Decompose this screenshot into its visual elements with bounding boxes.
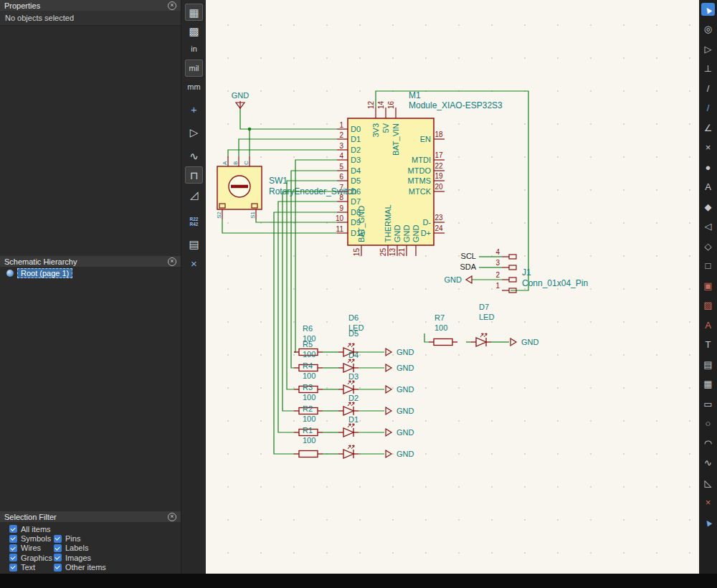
add-power-port-button[interactable]: ⊥ (701, 62, 715, 75)
led-reference[interactable]: D6 (348, 313, 358, 322)
pin-name[interactable]: D2 (351, 146, 361, 154)
gnd-power-symbol[interactable] (386, 386, 391, 393)
pin-name[interactable]: GND (412, 225, 420, 243)
sim-sine-button[interactable]: ∿ (185, 147, 203, 164)
annotate-button[interactable]: R22R42 (185, 213, 203, 230)
resistor-reference[interactable]: R7 (435, 313, 445, 322)
filter-checkbox-pins[interactable]: Pins (54, 534, 80, 543)
checkbox-checked-icon[interactable] (9, 535, 17, 543)
power-label[interactable]: GND (521, 338, 539, 346)
text-button[interactable]: T (701, 338, 715, 351)
filter-checkbox-images[interactable]: Images (54, 554, 91, 562)
directive-label-button[interactable]: ◆ (701, 200, 715, 213)
resistor-value[interactable]: 100 (303, 393, 315, 402)
schematic-canvas[interactable]: GNDM1Module_XIAO-ESP32S31D02D13D24D35D46… (206, 0, 699, 574)
pin-number[interactable]: 1 (339, 121, 343, 129)
led-value[interactable]: LED (479, 313, 494, 321)
crosshair-cursor-button[interactable]: + (185, 100, 203, 118)
led-reference[interactable]: D3 (348, 372, 358, 381)
pin-name[interactable]: MTMS (408, 176, 431, 185)
filter-checkbox-graphics[interactable]: Graphics (9, 554, 54, 562)
filter-checkbox-other-items[interactable]: Other items (54, 563, 106, 572)
pin-name[interactable]: A (222, 161, 228, 165)
pin-name[interactable]: S1 (250, 211, 256, 218)
pin-number[interactable]: 6 (339, 173, 343, 181)
unit-inches-button[interactable]: in (185, 40, 203, 57)
pin-number[interactable]: 4 (339, 152, 343, 160)
checkbox-checked-icon[interactable] (9, 554, 17, 561)
pin-name[interactable]: D+ (421, 229, 431, 237)
resistor-value[interactable]: 100 (303, 436, 315, 445)
pin-number[interactable]: 13 (389, 248, 397, 257)
pin-number[interactable]: 15 (353, 248, 361, 257)
gnd-power-symbol[interactable] (386, 407, 391, 414)
filter-checkbox-all-items[interactable]: All items (9, 525, 51, 534)
power-label[interactable]: GND (397, 428, 414, 437)
unit-mils-button[interactable]: mil (185, 60, 203, 77)
wire[interactable] (256, 219, 337, 222)
hierarchy-root-label[interactable]: Root (page 1) (17, 268, 72, 278)
led-symbol[interactable] (338, 381, 358, 394)
connector-value[interactable]: Conn_01x04_Pin (522, 278, 588, 288)
pin-number[interactable]: 9 (339, 204, 343, 212)
pin-number[interactable]: 2 (495, 271, 500, 279)
select-tool-button[interactable]: ▲ (701, 3, 715, 16)
gnd-power-symbol[interactable] (386, 450, 391, 457)
connector-reference[interactable]: J1 (522, 267, 531, 278)
pin-name[interactable]: D- (422, 218, 431, 227)
sheet-pin-button[interactable]: ▣ (701, 279, 715, 292)
gnd-power-symbol[interactable] (466, 276, 472, 283)
pin-number[interactable]: 17 (435, 151, 443, 159)
add-symbol-button[interactable]: ▷ (701, 42, 715, 55)
resistor-reference[interactable]: R5 (303, 340, 313, 348)
pin-name[interactable]: D5 (351, 176, 361, 185)
rectangle-button[interactable]: ▭ (701, 397, 715, 410)
filter-checkbox-text[interactable]: Text (9, 563, 54, 572)
led-reference[interactable]: D1 (348, 415, 358, 424)
pin-number[interactable]: 18 (435, 131, 443, 138)
gnd-power-symbol[interactable] (386, 429, 391, 436)
pin-name[interactable]: BAT_VIN (391, 123, 400, 156)
pin-number[interactable]: 16 (387, 100, 395, 109)
pin-name[interactable]: D4 (351, 166, 361, 175)
wire[interactable] (240, 109, 250, 129)
text-variable-button[interactable]: A (701, 318, 715, 331)
power-label[interactable]: GND (397, 450, 414, 458)
resistor-reference[interactable]: R6 (303, 324, 313, 333)
grid-overrides-button[interactable]: ▩ (185, 22, 203, 39)
gnd-power-symbol[interactable] (511, 338, 516, 346)
pin-name[interactable]: D1 (351, 135, 361, 143)
close-icon[interactable]: × (168, 513, 176, 521)
circle-button[interactable]: ○ (701, 417, 715, 430)
pin-name[interactable]: GND (393, 225, 402, 243)
pin-name[interactable]: EN (420, 135, 431, 143)
pin-number[interactable]: 2 (339, 131, 343, 139)
net-label[interactable]: SDA (460, 262, 476, 271)
pin-name[interactable]: MTDI (412, 156, 431, 164)
gnd-power-symbol[interactable] (386, 364, 391, 371)
resistor-value[interactable]: 100 (303, 414, 315, 423)
hierarchy-root-item[interactable]: Root (page 1) (6, 267, 72, 278)
power-label[interactable]: GND (397, 364, 414, 372)
encoder-reference[interactable]: SW1 (269, 176, 288, 186)
pin-name[interactable]: B (232, 161, 239, 165)
wire[interactable] (239, 139, 337, 156)
sim-ramp-button[interactable]: ◿ (185, 186, 203, 203)
add-bus-button[interactable]: / (701, 102, 715, 115)
pin-number[interactable]: 25 (379, 248, 387, 257)
pin-number[interactable]: 19 (435, 172, 443, 180)
pin-name[interactable]: S2 (216, 211, 222, 218)
checkbox-checked-icon[interactable] (54, 554, 62, 561)
sheet-properties-button[interactable]: ▤ (185, 235, 203, 252)
led-reference[interactable]: D4 (348, 351, 358, 359)
wire[interactable] (424, 333, 429, 342)
table-button[interactable]: ▦ (701, 378, 715, 391)
resistor-reference[interactable]: R1 (303, 426, 313, 435)
add-junction-button[interactable]: ● (701, 161, 715, 174)
pin-number[interactable]: 22 (435, 162, 443, 170)
hierarchical-label-button[interactable]: ◇ (701, 240, 715, 252)
pin-number[interactable]: 10 (336, 214, 344, 222)
checkbox-checked-icon[interactable] (54, 535, 62, 543)
connector-pin-symbol[interactable] (509, 265, 516, 270)
highlight-net-button[interactable]: ◎ (701, 23, 715, 36)
